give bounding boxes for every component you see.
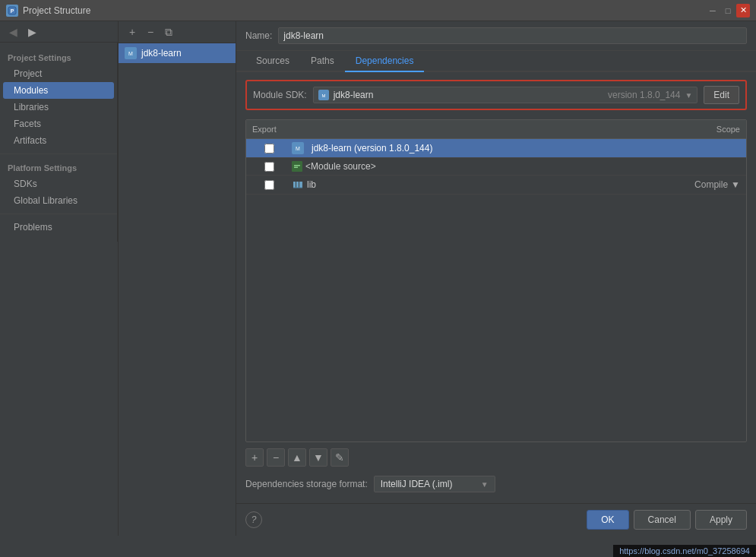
export-checkbox[interactable] [264, 162, 274, 172]
module-source-icon [292, 161, 302, 172]
remove-dep-button[interactable]: − [267, 448, 285, 467]
svg-rect-13 [299, 182, 302, 188]
add-module-button[interactable]: + [125, 24, 140, 40]
module-name: jdk8-learn [141, 48, 182, 59]
row-checkbox[interactable] [246, 144, 292, 153]
row-checkbox[interactable] [246, 162, 292, 172]
table-row[interactable]: lib Compile ▼ [246, 176, 746, 195]
table-header: Export Scope [246, 120, 746, 139]
row-name-container: M jdk8-learn (version 1.8.0_144) [292, 142, 685, 154]
svg-rect-11 [293, 182, 296, 188]
storage-value: IntelliJ IDEA (.iml) [381, 479, 476, 489]
tab-sources[interactable]: Sources [245, 51, 300, 72]
svg-rect-10 [294, 167, 298, 169]
col-export: Export [246, 123, 292, 135]
name-row: Name: [236, 21, 756, 51]
name-input[interactable] [278, 27, 747, 44]
sidebar: Project Settings Project Modules Librari… [0, 43, 118, 242]
project-settings-section: Project Settings [0, 49, 117, 65]
copy-module-button[interactable]: ⧉ [161, 24, 176, 40]
table-row[interactable]: M jdk8-learn (version 1.8.0_144) [246, 139, 746, 158]
ok-button[interactable]: OK [587, 510, 628, 530]
dependencies-table: Export Scope M [245, 119, 747, 442]
sidebar-item-facets[interactable]: Facets [0, 116, 117, 132]
row-name-container: <Module source> [292, 161, 685, 172]
window-title: Project Structure [23, 5, 706, 16]
module-item-jdk8learn[interactable]: M jdk8-learn [119, 43, 236, 63]
cancel-button[interactable]: Cancel [634, 510, 691, 530]
export-checkbox[interactable] [264, 144, 274, 153]
title-bar: P Project Structure ─ □ ✕ [0, 0, 756, 21]
name-label: Name: [245, 30, 272, 41]
lib-icon [292, 179, 304, 191]
dialog-footer: ? OK Cancel Apply [236, 503, 756, 536]
row-name-container: lib [292, 179, 685, 191]
tab-paths[interactable]: Paths [300, 51, 345, 72]
svg-rect-9 [294, 165, 300, 166]
dependencies-content: Module SDK: M jdk8-learn version 1.8.0_1… [236, 72, 756, 503]
maximize-button[interactable]: □ [721, 4, 735, 17]
sdk-version: version 1.8.0_144 [608, 90, 680, 100]
url-bar: https://blog.csdn.net/m0_37258694 [613, 545, 756, 557]
table-row[interactable]: <Module source> [246, 158, 746, 176]
edit-dep-button[interactable]: ✎ [331, 448, 349, 467]
sdk-icon: M [318, 90, 329, 100]
sidebar-item-problems[interactable]: Problems [0, 219, 117, 236]
svg-text:M: M [296, 146, 300, 151]
window-controls: ─ □ ✕ [706, 4, 750, 17]
move-up-button[interactable]: ▲ [288, 448, 306, 467]
svg-text:M: M [321, 93, 325, 98]
sdk-select[interactable]: M jdk8-learn version 1.8.0_144 ▼ [313, 87, 698, 103]
col-scope: Scope [685, 123, 746, 135]
nav-bar: ◀ ▶ [0, 21, 118, 43]
add-dep-button[interactable]: + [245, 448, 264, 467]
sidebar-item-libraries[interactable]: Libraries [0, 99, 117, 116]
storage-label: Dependencies storage format: [245, 479, 368, 489]
svg-rect-8 [293, 163, 301, 169]
sdk-row: Module SDK: M jdk8-learn version 1.8.0_1… [245, 80, 747, 110]
storage-dropdown-icon: ▼ [481, 480, 489, 489]
sdk-edit-button[interactable]: Edit [704, 86, 739, 104]
sidebar-item-project[interactable]: Project [0, 65, 117, 82]
left-panel: ◀ ▶ Project Settings Project Modules Lib… [0, 21, 119, 536]
move-down-button[interactable]: ▼ [309, 448, 327, 467]
module-icon: M [125, 47, 137, 59]
sdk-name: jdk8-learn [334, 90, 603, 100]
sdk-label: Module SDK: [253, 90, 307, 100]
minimize-button[interactable]: ─ [706, 4, 720, 17]
main-container: ◀ ▶ Project Settings Project Modules Lib… [0, 21, 756, 536]
tabs-bar: Sources Paths Dependencies [236, 51, 756, 72]
storage-row: Dependencies storage format: IntelliJ ID… [245, 470, 747, 495]
sdk-row-icon: M [292, 142, 304, 154]
export-checkbox[interactable] [264, 180, 274, 190]
row-name: lib [304, 179, 685, 190]
content-area: Name: Sources Paths Dependencies Module … [236, 21, 756, 536]
close-button[interactable]: ✕ [736, 4, 750, 17]
storage-select[interactable]: IntelliJ IDEA (.iml) ▼ [374, 476, 495, 492]
scope-dropdown-icon: ▼ [731, 179, 740, 190]
row-checkbox[interactable] [246, 180, 292, 190]
apply-button[interactable]: Apply [695, 510, 747, 530]
sidebar-divider [0, 153, 117, 154]
forward-arrow[interactable]: ▶ [25, 24, 40, 40]
remove-module-button[interactable]: − [143, 24, 158, 40]
sidebar-item-global-libraries[interactable]: Global Libraries [0, 192, 117, 209]
platform-settings-section: Platform Settings [0, 159, 117, 176]
svg-rect-12 [296, 182, 299, 188]
tab-dependencies[interactable]: Dependencies [345, 51, 425, 72]
row-name: jdk8-learn (version 1.8.0_144) [308, 143, 685, 153]
help-button[interactable]: ? [245, 511, 262, 528]
back-arrow[interactable]: ◀ [6, 24, 21, 40]
sidebar-item-sdks[interactable]: SDKs [0, 176, 117, 192]
sidebar-item-artifacts[interactable]: Artifacts [0, 132, 117, 149]
dep-bottom-toolbar: + − ▲ ▼ ✎ [245, 442, 747, 470]
app-icon: P [6, 5, 18, 17]
row-name: <Module source> [302, 161, 685, 172]
sdk-dropdown-arrow-icon: ▼ [685, 91, 692, 100]
svg-text:P: P [11, 8, 14, 14]
svg-text:M: M [128, 51, 133, 56]
sidebar-divider-2 [0, 214, 117, 214]
row-scope: Compile ▼ [685, 179, 746, 190]
module-toolbar: + − ⧉ [119, 21, 236, 43]
sidebar-item-modules[interactable]: Modules [3, 82, 114, 99]
